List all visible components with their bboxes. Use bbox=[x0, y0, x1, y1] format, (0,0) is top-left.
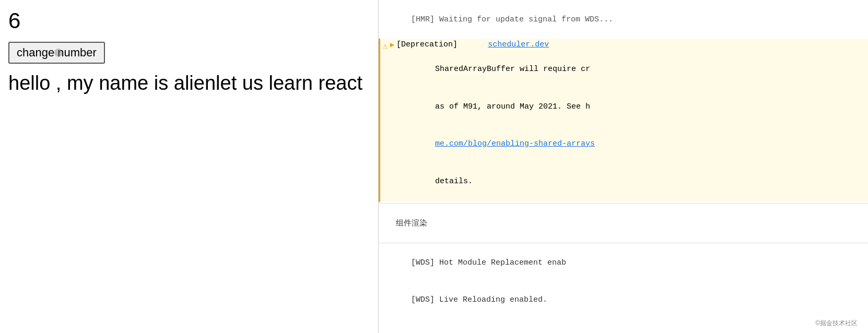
console-text-wds-hot: [WDS] Hot Module Replacement enab bbox=[411, 258, 566, 267]
number-display: 6 bbox=[8, 8, 370, 33]
deprecation-line5: details. bbox=[383, 163, 864, 200]
console-line-wds-hot: [WDS] Hot Module Replacement enab bbox=[379, 244, 868, 282]
console-output: [HMR] Waiting for update signal from WDS… bbox=[379, 0, 868, 320]
console-text-wds-waiting: [HMR] Waiting for update signal from WDS… bbox=[411, 15, 613, 24]
change-number-button[interactable]: change number bbox=[8, 42, 105, 64]
console-line-wds-waiting: [HMR] Waiting for update signal from WDS… bbox=[379, 0, 868, 39]
console-text-wds-live: [WDS] Live Reloading enabled. bbox=[411, 295, 547, 304]
watermark: ©掘金技术社区 bbox=[379, 317, 863, 330]
warning-icon: ⚠ bbox=[383, 41, 388, 51]
deprecation-prefix: [Deprecation] bbox=[396, 40, 458, 49]
deprecation-warning-block: ⚠ ▶ [Deprecation] scheduler.dev SharedAr… bbox=[379, 39, 868, 202]
console-line-wds-live: [WDS] Live Reloading enabled. bbox=[379, 282, 868, 319]
console-line-chinese: 组件渲染 bbox=[379, 205, 868, 242]
hello-text: hello , my name is alienlet us learn rea… bbox=[8, 72, 370, 94]
console-text-chinese: 组件渲染 bbox=[396, 218, 427, 227]
console-separator-2 bbox=[379, 243, 868, 243]
deprecation-line2: SharedArrayBuffer will require cr bbox=[383, 51, 864, 89]
deprecation-triangle-icon: ▶ bbox=[390, 40, 394, 49]
deprecation-first-line: ⚠ ▶ [Deprecation] scheduler.dev bbox=[383, 40, 864, 51]
deprecation-line4: me.com/blog/enabling-shared-arrays bbox=[383, 126, 864, 163]
devtools-console: [HMR] Waiting for update signal from WDS… bbox=[379, 0, 868, 333]
console-separator-1 bbox=[379, 203, 868, 204]
deprecation-link-2[interactable]: me.com/blog/enabling-shared-arrays bbox=[435, 139, 595, 148]
deprecation-link-1[interactable]: scheduler.dev bbox=[488, 40, 549, 49]
browser-preview: 6 change number hello , my name is alien… bbox=[0, 0, 379, 333]
deprecation-line3: as of M91, around May 2021. See h bbox=[383, 88, 864, 126]
